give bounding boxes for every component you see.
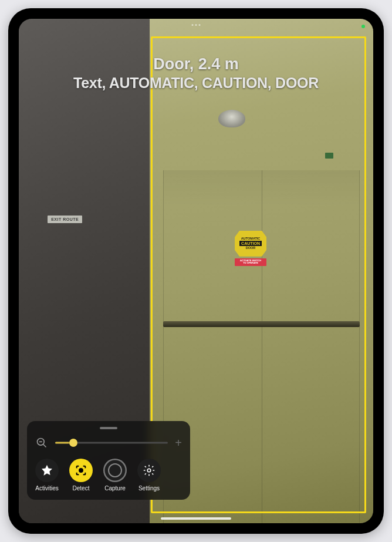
- green-exit-sign: [325, 153, 333, 159]
- caution-sub-label: ACTIVATE SWITCH TO OPERATE: [235, 258, 266, 266]
- caution-mid-text: CAUTION: [239, 241, 262, 246]
- capture-button[interactable]: Capture: [103, 459, 127, 491]
- panel-grabber-handle[interactable]: [100, 427, 117, 429]
- svg-line-1: [43, 445, 46, 447]
- screen: EXIT ROUTE AUTOMATIC CAUTION DOOR: [19, 19, 373, 523]
- detect-icon: [69, 459, 93, 482]
- ceiling-lamp: [217, 110, 246, 139]
- caution-sign: AUTOMATIC CAUTION DOOR ACTIVATE SWITCH T…: [235, 231, 266, 266]
- door-push-bar: [163, 321, 360, 327]
- zoom-slider-thumb[interactable]: [69, 439, 77, 447]
- detect-label: Detect: [73, 485, 90, 491]
- magnifier-control-panel[interactable]: + Activities: [27, 421, 190, 500]
- activities-label: Activities: [35, 485, 58, 491]
- svg-point-3: [79, 469, 83, 472]
- zoom-in-icon[interactable]: +: [175, 437, 182, 449]
- detection-line-1: Door, 2.4 m: [31, 55, 361, 73]
- zoom-row: +: [35, 436, 182, 449]
- capture-label: Capture: [104, 485, 126, 491]
- star-icon: [35, 459, 59, 482]
- detection-readout: Door, 2.4 m Text, AUTOMATIC, CAUTION, DO…: [19, 55, 373, 92]
- gear-icon: [137, 459, 161, 482]
- zoom-out-icon[interactable]: [35, 436, 48, 449]
- zoom-slider[interactable]: [55, 437, 168, 449]
- camera-in-use-indicator: [361, 25, 365, 28]
- control-button-row: Activities Detect: [35, 459, 182, 491]
- door-divider: [262, 170, 262, 523]
- activities-button[interactable]: Activities: [35, 459, 59, 491]
- settings-button[interactable]: Settings: [137, 459, 161, 491]
- multitask-dots-icon[interactable]: [192, 24, 201, 26]
- caution-bottom-text: DOOR: [246, 246, 256, 250]
- capture-icon: [103, 459, 127, 482]
- svg-point-4: [147, 469, 151, 472]
- detection-line-2: Text, AUTOMATIC, CAUTION, DOOR: [31, 75, 361, 92]
- ipad-device-frame: EXIT ROUTE AUTOMATIC CAUTION DOOR: [8, 8, 384, 534]
- exit-route-sign: EXIT ROUTE: [48, 216, 82, 223]
- settings-label: Settings: [138, 485, 160, 491]
- detect-button[interactable]: Detect: [69, 459, 93, 491]
- home-indicator[interactable]: [161, 517, 231, 520]
- caution-top-text: AUTOMATIC: [241, 237, 261, 241]
